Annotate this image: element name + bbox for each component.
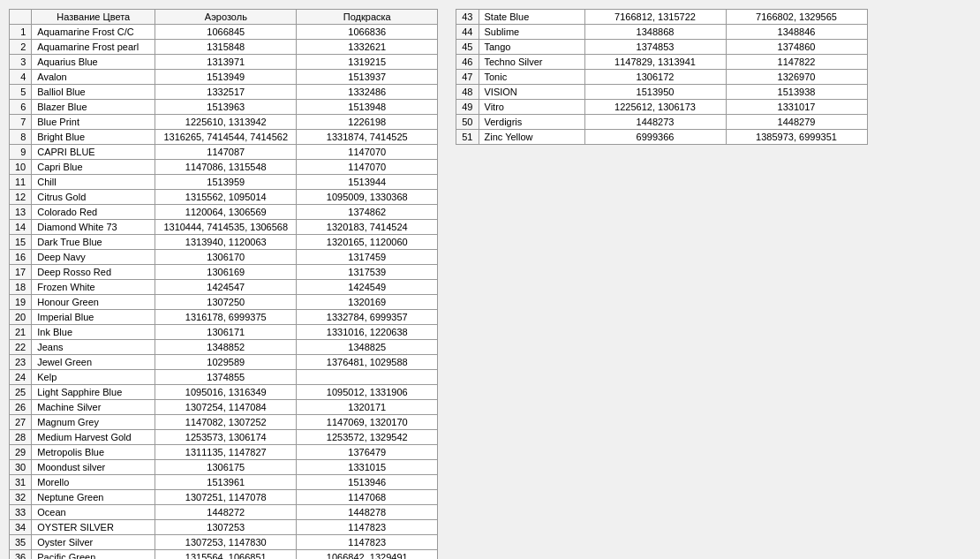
row-num: 19 bbox=[10, 295, 32, 310]
row-num: 16 bbox=[10, 250, 32, 265]
row-num: 44 bbox=[456, 25, 479, 40]
row-name: Sublime bbox=[479, 25, 584, 40]
row-aerosol: 1374853 bbox=[584, 40, 726, 55]
row-name: Diamond White 73 bbox=[32, 220, 155, 235]
row-podkraska: 1320183, 7414524 bbox=[297, 220, 438, 235]
table-row: 30 Moondust silver 1306175 1331015 bbox=[10, 460, 438, 475]
row-aerosol: 1313971 bbox=[155, 55, 297, 70]
table-row: 12 Citrus Gold 1315562, 1095014 1095009,… bbox=[10, 190, 438, 205]
row-name: Balliol Blue bbox=[32, 85, 155, 100]
row-podkraska: 1147822 bbox=[726, 55, 867, 70]
row-aerosol: 1313940, 1120063 bbox=[155, 235, 297, 250]
row-num: 28 bbox=[10, 430, 32, 445]
table-row: 19 Honour Green 1307250 1320169 bbox=[10, 295, 438, 310]
row-aerosol: 1348868 bbox=[584, 25, 726, 40]
row-podkraska: 1319215 bbox=[297, 55, 438, 70]
row-podkraska: 1147823 bbox=[297, 520, 438, 535]
row-name: Bright Blue bbox=[32, 130, 155, 145]
table-row: 32 Neptune Green 1307251, 1147078 114706… bbox=[10, 490, 438, 505]
row-podkraska: 1332621 bbox=[297, 40, 438, 55]
table-row: 17 Deep Rosso Red 1306169 1317539 bbox=[10, 265, 438, 280]
row-aerosol: 1307250 bbox=[155, 295, 297, 310]
row-podkraska: 1513948 bbox=[297, 100, 438, 115]
row-podkraska: 1320171 bbox=[297, 400, 438, 415]
row-name: Aquamarine Frost C/C bbox=[32, 25, 155, 40]
row-name: VISION bbox=[479, 85, 584, 100]
row-name: Frozen White bbox=[32, 280, 155, 295]
table-row: 28 Medium Harvest Gold 1253573, 1306174 … bbox=[10, 430, 438, 445]
row-num: 48 bbox=[456, 85, 479, 100]
table-row: 31 Morello 1513961 1513946 bbox=[10, 475, 438, 490]
row-num: 7 bbox=[10, 115, 32, 130]
row-podkraska bbox=[297, 370, 438, 385]
table-row: 15 Dark True Blue 1313940, 1120063 13201… bbox=[10, 235, 438, 250]
row-aerosol: 1513963 bbox=[155, 100, 297, 115]
row-podkraska: 1448279 bbox=[726, 115, 867, 130]
row-num: 4 bbox=[10, 70, 32, 85]
row-name: Morello bbox=[32, 475, 155, 490]
row-aerosol: 1306172 bbox=[584, 70, 726, 85]
main-table: Название Цвета Аэрозоль Подкраска 1 Aqua… bbox=[9, 9, 438, 559]
row-aerosol: 1147082, 1307252 bbox=[155, 415, 297, 430]
row-podkraska: 1332486 bbox=[297, 85, 438, 100]
row-name: Jeans bbox=[32, 340, 155, 355]
table-row: 22 Jeans 1348852 1348825 bbox=[10, 340, 438, 355]
row-aerosol: 1424547 bbox=[155, 280, 297, 295]
row-podkraska: 1331874, 7414525 bbox=[297, 130, 438, 145]
row-num: 9 bbox=[10, 145, 32, 160]
table-row: 47 Tonic 1306172 1326970 bbox=[456, 70, 867, 85]
row-num: 25 bbox=[10, 385, 32, 400]
table-row: 51 Zinc Yellow 6999366 1385973, 6999351 bbox=[456, 130, 867, 145]
row-aerosol: 1225612, 1306173 bbox=[584, 100, 726, 115]
row-podkraska: 1513938 bbox=[726, 85, 867, 100]
row-aerosol: 1253573, 1306174 bbox=[155, 430, 297, 445]
table-row: 9 CAPRI BLUE 1147087 1147070 bbox=[10, 145, 438, 160]
row-name: State Blue bbox=[479, 10, 584, 25]
row-name: Aquamarine Frost pearl bbox=[32, 40, 155, 55]
row-podkraska: 1374862 bbox=[297, 205, 438, 220]
row-num: 45 bbox=[456, 40, 479, 55]
col-podkraska-header: Подкраска bbox=[297, 10, 438, 25]
row-num: 49 bbox=[456, 100, 479, 115]
row-num: 14 bbox=[10, 220, 32, 235]
row-aerosol: 7166812, 1315722 bbox=[584, 10, 726, 25]
row-podkraska: 1147068 bbox=[297, 490, 438, 505]
row-aerosol: 1316178, 6999375 bbox=[155, 310, 297, 325]
row-name: Magnum Grey bbox=[32, 415, 155, 430]
row-num: 24 bbox=[10, 370, 32, 385]
row-num: 43 bbox=[456, 10, 479, 25]
row-aerosol: 1315848 bbox=[155, 40, 297, 55]
row-name: Machine Silver bbox=[32, 400, 155, 415]
row-podkraska: 1317539 bbox=[297, 265, 438, 280]
row-aerosol: 1311135, 1147827 bbox=[155, 445, 297, 460]
row-podkraska: 1320169 bbox=[297, 295, 438, 310]
row-aerosol: 1315564, 1066851 bbox=[155, 550, 297, 560]
table-row: 33 Ocean 1448272 1448278 bbox=[10, 505, 438, 520]
row-aerosol: 1348852 bbox=[155, 340, 297, 355]
table-row: 8 Bright Blue 1316265, 7414544, 7414562 … bbox=[10, 130, 438, 145]
row-name: Techno Silver bbox=[479, 55, 584, 70]
row-name: Jewel Green bbox=[32, 355, 155, 370]
table-row: 6 Blazer Blue 1513963 1513948 bbox=[10, 100, 438, 115]
row-podkraska: 1448278 bbox=[297, 505, 438, 520]
row-num: 50 bbox=[456, 115, 479, 130]
table-row: 23 Jewel Green 1029589 1376481, 1029588 bbox=[10, 355, 438, 370]
row-num: 5 bbox=[10, 85, 32, 100]
row-aerosol: 6999366 bbox=[584, 130, 726, 145]
row-podkraska: 1513937 bbox=[297, 70, 438, 85]
row-podkraska: 1326970 bbox=[726, 70, 867, 85]
row-num: 36 bbox=[10, 550, 32, 560]
row-name: Ocean bbox=[32, 505, 155, 520]
row-num: 12 bbox=[10, 190, 32, 205]
row-podkraska: 7166802, 1329565 bbox=[726, 10, 867, 25]
row-name: Blazer Blue bbox=[32, 100, 155, 115]
row-podkraska: 1066836 bbox=[297, 25, 438, 40]
col-num-header bbox=[10, 10, 32, 25]
table-row: 18 Frozen White 1424547 1424549 bbox=[10, 280, 438, 295]
row-num: 27 bbox=[10, 415, 32, 430]
row-name: Tango bbox=[479, 40, 584, 55]
row-aerosol: 1147829, 1313941 bbox=[584, 55, 726, 70]
row-aerosol: 1307254, 1147084 bbox=[155, 400, 297, 415]
row-podkraska: 1376481, 1029588 bbox=[297, 355, 438, 370]
row-aerosol: 1448272 bbox=[155, 505, 297, 520]
